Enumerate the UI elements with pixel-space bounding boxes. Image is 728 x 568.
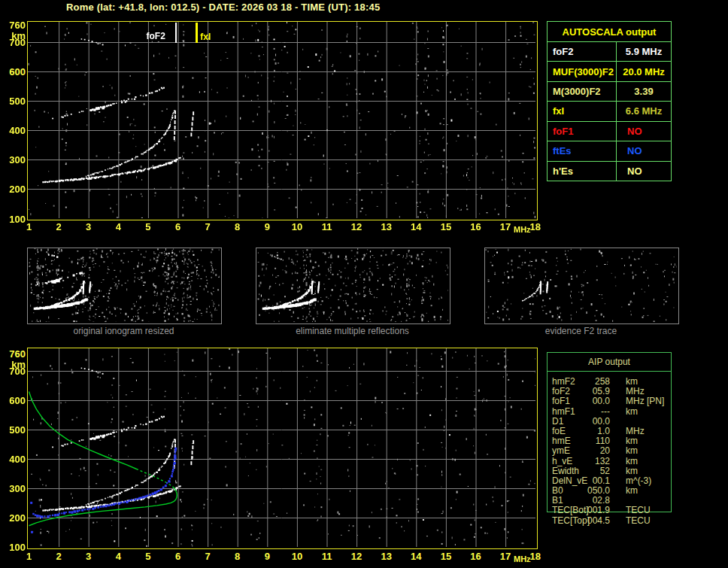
aip-cell: hmE xyxy=(552,436,571,446)
evidence-f2-trace-canvas xyxy=(485,248,677,322)
aip-cell: 52 xyxy=(583,466,610,476)
autoscala-table-header: AUTOSCALA output xyxy=(548,22,671,42)
fxi-marker-label: fxI xyxy=(200,32,211,42)
ionogram-canvas-bottom xyxy=(28,348,535,547)
aip-cell: TECU xyxy=(626,506,651,515)
autoscala-row-label: ftEs xyxy=(548,141,617,160)
y-tick-label: 500 xyxy=(3,96,26,107)
x-tick-label: 8 xyxy=(228,221,247,232)
caption-evidence-f2-trace: evidence F2 trace xyxy=(484,326,678,336)
autoscala-row: fxI6.6 MHz xyxy=(548,102,671,121)
x-tick-label: 12 xyxy=(347,551,366,562)
x-axis-unit: MHz xyxy=(514,554,531,563)
x-tick-label: 9 xyxy=(257,221,277,232)
autoscala-row: ftEsNO xyxy=(548,141,671,161)
autoscala-row-value: 5.9 MHz xyxy=(617,42,671,61)
autoscala-row: foF1NO xyxy=(548,122,671,141)
x-tick-label: 5 xyxy=(138,221,158,232)
aip-table-header: AIP output xyxy=(547,352,672,372)
autoscala-row-value: NO xyxy=(617,122,671,141)
autoscala-row-label: fxI xyxy=(548,102,617,120)
aip-cell: 20 xyxy=(583,446,610,456)
aip-cell: 00.0 xyxy=(583,417,610,427)
aip-cell: h_vE xyxy=(552,457,572,466)
y-tick-label: 500 xyxy=(3,424,26,436)
autoscala-row-value: 20.0 MHz xyxy=(617,62,671,80)
y-tick-label: 700 xyxy=(3,37,26,48)
x-tick-label: 7 xyxy=(198,221,217,232)
aip-cell: 02.8 xyxy=(583,496,610,506)
aip-cell: m^(-3) xyxy=(626,476,651,486)
x-tick-label: 7 xyxy=(198,551,217,562)
x-tick-label: 14 xyxy=(406,551,426,562)
aip-cell: km xyxy=(626,377,638,387)
x-tick-label: 3 xyxy=(79,551,99,562)
ionogram-plot-top: foF2 fxI xyxy=(27,21,538,220)
autoscala-row-label: foF1 xyxy=(548,122,617,141)
x-tick-label: 10 xyxy=(287,221,307,232)
aip-cell: MHz xyxy=(626,427,645,436)
x-tick-label: 4 xyxy=(108,221,128,232)
panel-evidence-f2-trace xyxy=(484,248,679,324)
aip-cell: km xyxy=(626,486,638,496)
y-tick-label: 700 xyxy=(3,366,26,377)
x-tick-label: 2 xyxy=(49,221,68,232)
aip-cell: 258 xyxy=(583,377,610,387)
y-tick-label: 600 xyxy=(3,66,26,77)
fof2-marker-line xyxy=(175,23,177,43)
y-tick-label: 400 xyxy=(3,125,26,136)
aip-cell: foF1 xyxy=(552,396,570,406)
aip-cell: km xyxy=(626,446,638,456)
aip-cell: foE xyxy=(552,427,566,436)
x-tick-label: 13 xyxy=(377,221,396,232)
x-tick-label: 11 xyxy=(317,551,337,562)
aip-cell: km xyxy=(626,407,638,417)
autoscala-row-label: MUF(3000)F2 xyxy=(548,62,617,80)
aip-cell: ymE xyxy=(552,446,570,456)
y-tick-label: 300 xyxy=(3,154,26,166)
aip-row: TEC[Bot]001.9TECU xyxy=(547,506,672,515)
y-tick-label: 200 xyxy=(3,184,26,195)
panel-eliminate-reflections xyxy=(256,248,450,324)
x-tick-label: 9 xyxy=(257,551,277,562)
panel-original-ionogram xyxy=(27,248,222,324)
autoscala-row-value: NO xyxy=(617,141,671,160)
aip-cell: B0 xyxy=(552,486,563,496)
x-tick-label: 15 xyxy=(436,551,456,562)
autoscala-row: h'EsNO xyxy=(548,162,671,181)
y-tick-label: 600 xyxy=(3,395,26,406)
autoscala-row: MUF(3000)F220.0 MHz xyxy=(548,62,671,81)
x-tick-label: 1 xyxy=(20,551,39,562)
aip-cell: [PN] xyxy=(647,396,664,406)
aip-cell: 05.9 xyxy=(583,387,610,396)
aip-cell: 00.1 xyxy=(583,476,610,486)
y-tick-label: 760 xyxy=(3,20,26,31)
autoscala-row: M(3000)F23.39 xyxy=(548,82,671,102)
x-tick-label: 16 xyxy=(466,221,486,232)
aip-cell: km xyxy=(626,436,638,446)
aip-cell: 001.9 xyxy=(583,506,610,515)
aip-row: Ewidth52km xyxy=(547,466,672,476)
y-tick-label: 400 xyxy=(3,454,26,465)
aip-cell: TECU xyxy=(626,516,651,526)
x-tick-label: 16 xyxy=(466,551,486,562)
aip-cell: 110 xyxy=(583,436,610,446)
y-tick-label: 300 xyxy=(3,483,26,494)
x-tick-label: 13 xyxy=(377,551,396,562)
x-tick-label: 17 xyxy=(496,551,515,562)
autoscala-row-value: NO xyxy=(617,162,671,181)
x-tick-label: 15 xyxy=(436,221,456,232)
aip-cell: 00.0 xyxy=(583,396,610,406)
fxi-marker-line xyxy=(196,23,198,43)
x-tick-label: 12 xyxy=(347,221,366,232)
aip-row: foF100.0MHz[PN] xyxy=(547,396,672,406)
autoscala-row-label: foF2 xyxy=(548,42,617,61)
aip-cell: hmF1 xyxy=(552,407,575,417)
ionogram-plot-bottom xyxy=(27,348,538,549)
autoscala-row-value: 6.6 MHz xyxy=(617,102,671,120)
eliminate-reflections-canvas xyxy=(256,248,448,322)
x-tick-label: 6 xyxy=(168,551,188,562)
autoscala-output-table: AUTOSCALA output foF25.9 MHzMUF(3000)F22… xyxy=(547,21,672,181)
x-axis-unit: MHz xyxy=(514,225,531,234)
aip-cell: MHz xyxy=(626,396,645,406)
